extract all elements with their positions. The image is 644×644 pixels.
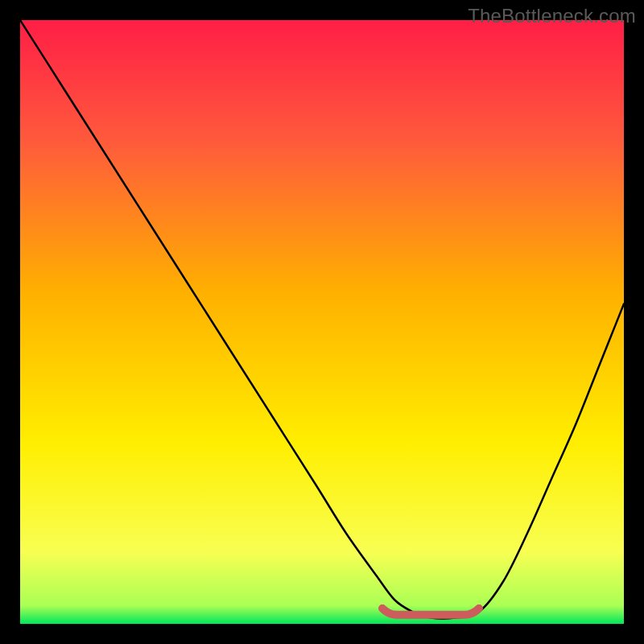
watermark-text: TheBottleneck.com: [468, 5, 636, 27]
plot-area: [20, 20, 624, 624]
chart-frame: TheBottleneck.com: [0, 0, 644, 644]
chart-svg: [20, 20, 624, 624]
chart-background: [20, 20, 624, 624]
